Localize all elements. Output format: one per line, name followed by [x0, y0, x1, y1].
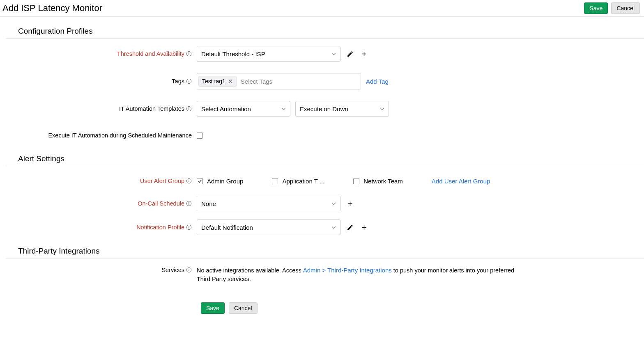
add-tag-link[interactable]: Add Tag — [366, 78, 389, 85]
chevron-down-icon — [380, 107, 384, 111]
exec-maintenance-controls — [197, 133, 642, 139]
divider — [6, 38, 644, 39]
tag-chip: Test tag1 — [198, 76, 237, 87]
svg-point-7 — [189, 107, 189, 108]
chevron-down-icon — [331, 52, 336, 56]
notification-profile-select[interactable]: Default Notification — [197, 220, 340, 235]
tags-label: Tags — [18, 78, 197, 85]
group-application: Application T ... — [272, 178, 324, 185]
automation-label: IT Automation Templates — [18, 105, 197, 112]
remove-tag-button[interactable] — [228, 79, 233, 84]
chevron-down-icon — [331, 201, 336, 206]
svg-point-13 — [189, 202, 189, 203]
footer-save-button[interactable]: Save — [201, 302, 225, 314]
header-actions: Save Cancel — [584, 2, 640, 14]
edit-threshold-button[interactable] — [345, 49, 354, 58]
add-user-alert-group-link[interactable]: Add User Alert Group — [432, 178, 490, 185]
services-label-text: Services — [161, 267, 184, 273]
row-services: Services No active integrations availabl… — [18, 266, 642, 284]
notification-profile-value: Default Notification — [201, 224, 253, 231]
oncall-controls: None — [197, 196, 642, 211]
application-group-label: Application T ... — [282, 178, 324, 185]
info-icon[interactable] — [186, 201, 192, 206]
svg-rect-2 — [189, 53, 189, 55]
automation-select[interactable]: Select Automation — [197, 101, 290, 117]
info-icon[interactable] — [186, 51, 192, 57]
svg-rect-5 — [189, 81, 189, 82]
services-text: No active integrations available. Access… — [197, 266, 517, 284]
info-icon[interactable] — [186, 267, 192, 273]
network-group-checkbox[interactable] — [353, 178, 359, 184]
application-group-checkbox[interactable] — [272, 178, 278, 184]
tags-input[interactable]: Test tag1 Select Tags — [197, 73, 361, 89]
row-tags: Tags Test tag1 Select Tags Add Tag — [18, 73, 642, 89]
notification-profile-controls: Default Notification — [197, 220, 642, 235]
row-oncall: On-Call Schedule None — [18, 196, 642, 211]
info-icon[interactable] — [186, 106, 192, 112]
tags-label-text: Tags — [172, 78, 184, 85]
row-notification-profile: Notification Profile Default Notificatio… — [18, 220, 642, 235]
divider — [6, 166, 644, 166]
svg-point-16 — [189, 226, 189, 227]
add-oncall-button[interactable] — [345, 199, 354, 208]
exec-maintenance-checkbox[interactable] — [197, 133, 203, 139]
svg-rect-17 — [189, 227, 189, 229]
add-threshold-button[interactable] — [359, 49, 368, 58]
tags-placeholder: Select Tags — [238, 78, 272, 85]
threshold-label-text: Threshold and Availability — [117, 50, 184, 57]
notification-profile-label: Notification Profile — [18, 224, 197, 231]
threshold-select-value: Default Threshold - ISP — [201, 50, 265, 57]
services-label: Services — [18, 266, 197, 273]
tag-chip-label: Test tag1 — [202, 78, 225, 85]
admin-integrations-link[interactable]: Admin > Third-Party Integrations — [303, 267, 392, 274]
page-title: Add ISP Latency Monitor — [2, 3, 102, 14]
threshold-label: Threshold and Availability — [18, 50, 197, 57]
info-icon[interactable] — [186, 78, 192, 84]
row-threshold: Threshold and Availability Default Thres… — [18, 46, 642, 62]
svg-point-10 — [189, 180, 189, 181]
automation-select-value: Select Automation — [201, 105, 251, 112]
automation-trigger-select[interactable]: Execute on Down — [295, 101, 389, 117]
divider — [6, 258, 644, 258]
network-group-label: Network Team — [363, 178, 403, 185]
chevron-down-icon — [331, 225, 336, 230]
info-icon[interactable] — [186, 178, 192, 184]
footer-cancel-button[interactable]: Cancel — [229, 302, 258, 314]
svg-point-19 — [189, 269, 189, 270]
svg-point-1 — [189, 53, 189, 53]
section-third-party: Third-Party Integrations — [18, 247, 642, 256]
threshold-controls: Default Threshold - ISP — [197, 46, 642, 62]
automation-trigger-value: Execute on Down — [300, 105, 348, 112]
user-alert-group-label-text: User Alert Group — [140, 178, 184, 184]
svg-rect-14 — [189, 203, 189, 205]
cancel-button[interactable]: Cancel — [611, 2, 640, 14]
chevron-down-icon — [281, 107, 286, 111]
tags-controls: Test tag1 Select Tags Add Tag — [197, 73, 642, 89]
oncall-label-text: On-Call Schedule — [138, 200, 184, 207]
automation-controls: Select Automation Execute on Down — [197, 101, 642, 117]
admin-group-label: Admin Group — [207, 178, 243, 185]
oncall-label: On-Call Schedule — [18, 200, 197, 207]
row-automation: IT Automation Templates Select Automatio… — [18, 101, 642, 117]
exec-maintenance-label: Execute IT Automation during Scheduled M… — [18, 132, 197, 139]
threshold-select[interactable]: Default Threshold - ISP — [197, 46, 340, 62]
services-controls: No active integrations available. Access… — [197, 266, 642, 284]
admin-group-checkbox[interactable] — [197, 178, 203, 184]
group-admin: Admin Group — [197, 178, 243, 185]
save-button[interactable]: Save — [584, 2, 608, 14]
row-user-alert-group: User Alert Group Admin Group Application… — [18, 174, 642, 188]
page-header: Add ISP Latency Monitor Save Cancel — [0, 0, 644, 17]
user-alert-group-label: User Alert Group — [18, 178, 197, 184]
add-notification-profile-button[interactable] — [359, 223, 368, 232]
automation-label-text: IT Automation Templates — [119, 105, 184, 112]
services-text-pre: No active integrations available. Access — [197, 267, 303, 274]
group-network: Network Team — [353, 178, 403, 185]
svg-rect-20 — [189, 270, 189, 271]
section-alert-settings: Alert Settings — [18, 154, 642, 163]
info-icon[interactable] — [186, 224, 192, 230]
edit-notification-profile-button[interactable] — [345, 223, 354, 232]
footer-actions: Save Cancel — [201, 302, 642, 314]
oncall-select[interactable]: None — [197, 196, 340, 211]
oncall-select-value: None — [201, 200, 216, 207]
section-configuration-profiles: Configuration Profiles — [18, 27, 642, 36]
